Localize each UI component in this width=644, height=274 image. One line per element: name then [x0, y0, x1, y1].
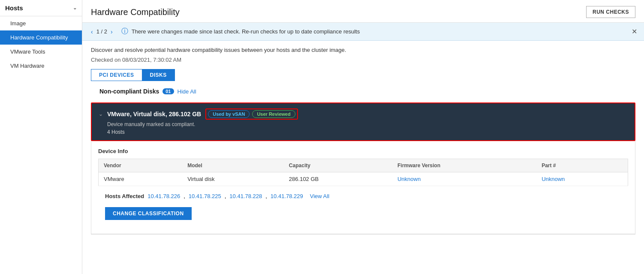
hosts-affected-label: Hosts Affected [105, 193, 144, 199]
main-panel: Hardware Compatibility RUN CHECKS ‹ 1 / … [82, 0, 644, 274]
disk-row[interactable]: ⌄ VMware, Virtual disk, 286.102 GB Used … [92, 103, 635, 140]
col-part: Part # [536, 159, 628, 172]
next-arrow-button[interactable]: › [109, 27, 114, 36]
count-badge: 01 [163, 88, 174, 94]
tags-highlight-box: Used by vSAN User Reviewed [205, 108, 298, 120]
info-banner: ‹ 1 / 2 › ⓘ There were changes made sinc… [82, 23, 644, 41]
sidebar-title: Hosts [5, 4, 23, 12]
host-link-4[interactable]: 10.41.78.229 [271, 193, 303, 199]
view-all-link[interactable]: View All [310, 193, 329, 199]
hide-all-link[interactable]: Hide All [178, 88, 196, 95]
content-area: ‹ 1 / 2 › ⓘ There were changes made sinc… [82, 23, 644, 274]
disk-row-header: ⌄ VMware, Virtual disk, 286.102 GB Used … [99, 108, 628, 120]
banner-message: There were changes made since last check… [132, 28, 628, 35]
cell-capacity: 286.102 GB [284, 172, 392, 186]
tab-disks[interactable]: DISKS [142, 69, 175, 81]
run-checks-button[interactable]: RUN CHECKS [586, 6, 635, 18]
host-link-1[interactable]: 10.41.78.226 [147, 193, 180, 199]
col-model: Model [182, 159, 284, 172]
cell-model: Virtual disk [182, 172, 284, 186]
main-header: Hardware Compatibility RUN CHECKS [82, 0, 644, 23]
section-title: Non-compliant Disks [99, 88, 159, 95]
device-info-table: Vendor Model Capacity Firmware Version P… [98, 159, 628, 186]
hosts-affected: Hosts Affected 10.41.78.226, 10.41.78.22… [98, 186, 628, 203]
sidebar-header[interactable]: Hosts ⌄ [0, 0, 82, 16]
info-icon: ⓘ [121, 27, 128, 36]
disk-hosts: 4 Hosts [99, 129, 628, 135]
description-area: Discover and resolve potential hardware … [82, 41, 644, 102]
col-firmware: Firmware Version [392, 159, 536, 172]
nav-arrows: ‹ 1 / 2 › [89, 27, 114, 36]
disk-row-container: ⌄ VMware, Virtual disk, 286.102 GB Used … [91, 102, 635, 141]
tab-pci-devices[interactable]: PCI DEVICES [91, 69, 142, 81]
device-info-panel: Device Info Vendor Model Capacity Firmwa… [91, 141, 635, 234]
page-title: Hardware Compatibility [91, 7, 180, 17]
sidebar-item-image[interactable]: Image [0, 16, 82, 30]
disk-expand-icon: ⌄ [99, 111, 103, 117]
col-vendor: Vendor [99, 159, 183, 172]
cell-firmware[interactable]: Unknown [392, 172, 536, 186]
host-link-2[interactable]: 10.41.78.225 [189, 193, 221, 199]
sidebar-item-vmware-tools[interactable]: VMware Tools [0, 45, 82, 59]
cell-vendor: VMware [99, 172, 183, 186]
section-label: Non-compliant Disks 01 Hide All [91, 88, 635, 95]
change-classification-button[interactable]: CHANGE CLASSIFICATION [105, 207, 192, 220]
tab-bar: PCI DEVICES DISKS [91, 69, 175, 81]
description-text: Discover and resolve potential hardware … [91, 47, 635, 53]
sidebar: Hosts ⌄ Image Hardware Compatibility VMw… [0, 0, 82, 274]
nav-page: 1 / 2 [96, 28, 107, 35]
disk-subtitle: Device manually marked as compliant. [99, 121, 628, 127]
cell-part[interactable]: Unknown [536, 172, 628, 186]
checked-on-text: Checked on 08/03/2021, 7:30:02 AM [91, 57, 635, 63]
sidebar-item-hardware-compatibility[interactable]: Hardware Compatibility [0, 30, 82, 45]
prev-arrow-button[interactable]: ‹ [89, 27, 95, 36]
banner-close-button[interactable]: ✕ [632, 27, 637, 36]
tag-used-by-vsan[interactable]: Used by vSAN [208, 110, 250, 118]
device-info-title: Device Info [98, 148, 628, 154]
chevron-down-icon: ⌄ [73, 5, 77, 11]
table-row: VMware Virtual disk 286.102 GB Unknown U… [99, 172, 628, 186]
tag-user-reviewed[interactable]: User Reviewed [252, 110, 295, 118]
sidebar-nav: Image Hardware Compatibility VMware Tool… [0, 16, 82, 73]
disk-name: VMware, Virtual disk, 286.102 GB [107, 111, 201, 117]
sidebar-item-vm-hardware[interactable]: VM Hardware [0, 59, 82, 73]
bottom-separator [91, 234, 635, 235]
host-link-3[interactable]: 10.41.78.228 [229, 193, 262, 199]
col-capacity: Capacity [284, 159, 392, 172]
